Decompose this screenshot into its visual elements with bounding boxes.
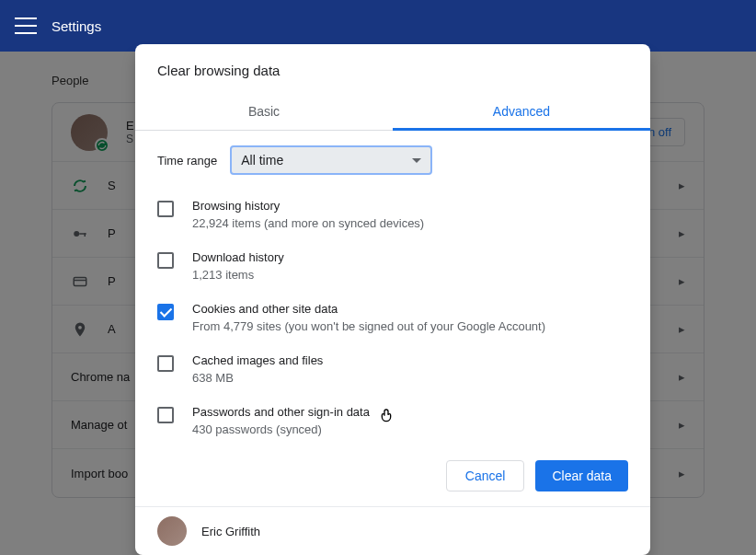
option-subtitle: 430 passwords (synced)	[192, 422, 628, 436]
option-title: Cached images and files	[192, 353, 628, 367]
checkbox[interactable]	[157, 201, 174, 217]
option-title: Browsing history	[192, 199, 628, 213]
account-footer[interactable]: Eric Griffith	[135, 507, 650, 555]
option-subtitle: From 4,779 sites (you won't be signed ou…	[192, 319, 628, 333]
page-title: Settings	[52, 18, 101, 34]
dialog-body: Time range All time Browsing history22,9…	[135, 131, 650, 445]
tab-advanced[interactable]: Advanced	[393, 95, 650, 130]
time-range-select[interactable]: All time	[230, 145, 432, 175]
clear-option[interactable]: Cookies and other site dataFrom 4,779 si…	[157, 295, 628, 346]
clear-browsing-data-dialog: Clear browsing data Basic Advanced Time …	[135, 44, 650, 555]
option-subtitle: 22,924 items (and more on synced devices…	[192, 216, 628, 230]
chevron-down-icon	[412, 158, 421, 163]
cancel-button[interactable]: Cancel	[446, 460, 525, 491]
checkbox[interactable]	[157, 407, 174, 423]
dialog-title: Clear browsing data	[135, 44, 650, 95]
menu-icon[interactable]	[15, 17, 37, 34]
avatar	[157, 516, 187, 546]
clear-option[interactable]: Download history1,213 items	[157, 243, 628, 295]
clear-option[interactable]: Cached images and files638 MB	[157, 346, 628, 398]
clear-data-button[interactable]: Clear data	[535, 460, 628, 491]
option-title: Passwords and other sign-in data	[192, 405, 628, 419]
checkbox[interactable]	[157, 252, 174, 269]
time-range-label: Time range	[157, 154, 217, 168]
checkbox[interactable]	[157, 304, 174, 320]
option-subtitle: 638 MB	[192, 371, 628, 385]
option-subtitle: 1,213 items	[192, 268, 628, 282]
option-title: Cookies and other site data	[192, 302, 628, 316]
account-name: Eric Griffith	[201, 525, 260, 538]
option-title: Download history	[192, 250, 628, 264]
tab-basic[interactable]: Basic	[135, 95, 393, 130]
clear-option[interactable]: Passwords and other sign-in data430 pass…	[157, 398, 628, 445]
checkbox[interactable]	[157, 355, 174, 372]
clear-option[interactable]: Browsing history22,924 items (and more o…	[157, 191, 628, 243]
